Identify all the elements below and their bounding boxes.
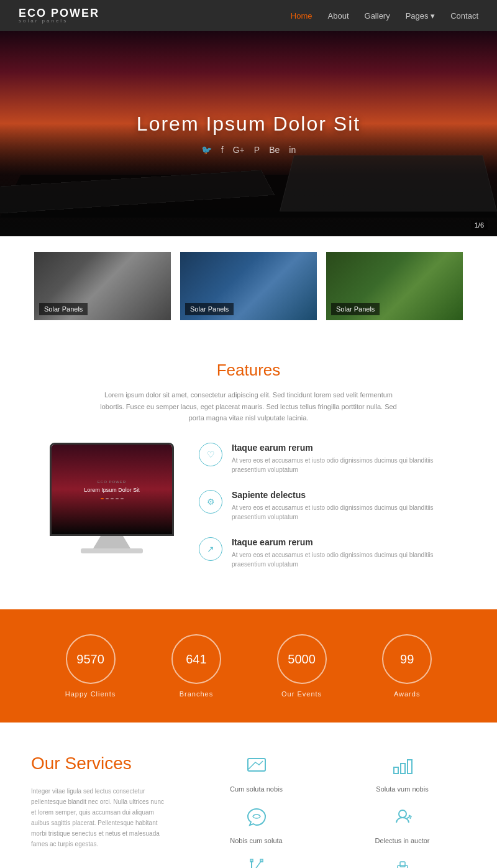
feature-text-3: Itaque earum rerum At vero eos et accusa… <box>232 537 447 569</box>
service-item-1: Cum soluta nobis <box>193 754 320 793</box>
hero-title: Lorem Ipsum Dolor Sit <box>137 113 360 136</box>
feature-desc-2: At vero eos et accusamus et iusto odio d… <box>232 503 447 522</box>
stat-branches: 641 Branches <box>171 634 221 698</box>
gallery-strip: Solar Panels Solar Panels Solar Panels <box>0 236 497 336</box>
monitor-stand <box>93 536 130 548</box>
stat-circle-1: 9570 <box>66 634 116 684</box>
nav-link-contact[interactable]: Contact <box>450 11 478 21</box>
feature-title-1: Itaque earum rerum <box>232 443 447 453</box>
service-item-6: Habitant morbi <box>339 857 466 868</box>
social-behance-icon[interactable]: Be <box>269 145 280 155</box>
nav-link-pages[interactable]: Pages ▾ <box>406 11 435 21</box>
feature-icon-1: ♡ <box>199 443 222 466</box>
nav-menu: Home About Gallery Pages ▾ Contact <box>291 10 478 21</box>
hero-section: Lorem Ipsum Dolor Sit 🐦 f G+ P Be in 1/6 <box>0 31 497 236</box>
features-list: ♡ Itaque earum rerum At vero eos et accu… <box>199 443 447 584</box>
nav-item-about[interactable]: About <box>328 10 349 21</box>
social-twitter-icon[interactable]: 🐦 <box>201 145 212 155</box>
features-section: Features Lorem ipsum dolor sit amet, con… <box>0 336 497 609</box>
monitor-frame: ECO POWER Lorem Ipsum Dolor Sit <box>50 443 174 536</box>
service-item-3: Nobis cum soluta <box>193 805 320 844</box>
dot-3 <box>111 498 114 499</box>
service-label-1: Cum soluta nobis <box>193 785 320 793</box>
feature-icon-3: ↗ <box>199 537 222 561</box>
svg-rect-3 <box>408 760 412 773</box>
svg-rect-2 <box>401 764 405 773</box>
service-icon-3 <box>193 805 320 832</box>
dot-4 <box>116 498 119 499</box>
service-icon-6 <box>339 857 466 868</box>
monitor-base <box>81 548 143 553</box>
features-content: ECO POWER Lorem Ipsum Dolor Sit ♡ <box>50 443 447 584</box>
service-label-3: Nobis cum soluta <box>193 837 320 844</box>
monitor-screen: ECO POWER Lorem Ipsum Dolor Sit <box>52 445 172 534</box>
stat-number-1: 9570 <box>76 652 104 667</box>
navbar: ECO POWER solar panels Home About Galler… <box>0 0 497 31</box>
service-item-5: Ultrices nulla <box>193 857 320 868</box>
brand-tagline: solar panels <box>19 19 99 24</box>
nav-link-home[interactable]: Home <box>291 11 312 21</box>
services-grid: Cum soluta nobis Soluta vum nobis Nobis … <box>193 754 466 868</box>
monitor-screen-text: ECO POWER Lorem Ipsum Dolor Sit <box>84 480 140 495</box>
stats-section: 9570 Happy Clients 641 Branches 5000 Our… <box>0 609 497 723</box>
svg-rect-10 <box>400 862 405 867</box>
hero-social-icons: 🐦 f G+ P Be in <box>201 145 296 155</box>
gallery-item-2[interactable]: Solar Panels <box>180 252 317 320</box>
feature-item-3: ↗ Itaque earum rerum At vero eos et accu… <box>199 537 447 569</box>
stat-circle-4: 99 <box>382 634 432 684</box>
gallery-item-3[interactable]: Solar Panels <box>326 252 463 320</box>
stat-label-2: Branches <box>171 690 221 698</box>
dot-1 <box>101 498 104 499</box>
dot-2 <box>106 498 109 499</box>
service-icon-2 <box>339 754 466 780</box>
brand-name: ECO POWER <box>19 7 99 19</box>
gallery-label-3: Solar Panels <box>331 303 380 315</box>
dot-5 <box>121 498 124 499</box>
social-linkedin-icon[interactable]: in <box>289 145 296 155</box>
feature-item-2: ⚙ Sapiente delectus At vero eos et accus… <box>199 490 447 522</box>
service-icon-4 <box>339 805 466 832</box>
services-section: Our Services Integer vitae ligula sed le… <box>0 723 497 868</box>
nav-link-about[interactable]: About <box>328 11 349 21</box>
stat-awards: 99 Awards <box>382 634 432 698</box>
gallery-item-1[interactable]: Solar Panels <box>34 252 171 320</box>
social-google-icon[interactable]: G+ <box>233 145 245 155</box>
stat-number-2: 641 <box>186 652 206 667</box>
service-icon-1 <box>193 754 320 780</box>
features-title: Features <box>50 361 447 380</box>
services-left: Our Services Integer vitae ligula sed le… <box>31 754 168 868</box>
stat-number-3: 5000 <box>288 652 316 667</box>
nav-item-gallery[interactable]: Gallery <box>365 10 390 21</box>
slide-indicator: 1/6 <box>471 220 488 230</box>
service-label-2: Soluta vum nobis <box>339 785 466 793</box>
gallery-label-2: Solar Panels <box>185 303 234 315</box>
services-description: Integer vitae ligula sed lectus consecte… <box>31 786 168 849</box>
social-facebook-icon[interactable]: f <box>221 145 224 155</box>
service-label-4: Delectus in auctor <box>339 837 466 844</box>
nav-item-pages[interactable]: Pages ▾ <box>406 10 435 21</box>
stat-happy-clients: 9570 Happy Clients <box>65 634 116 698</box>
svg-rect-0 <box>248 759 265 771</box>
nav-item-home[interactable]: Home <box>291 10 312 21</box>
stat-circle-2: 641 <box>171 634 221 684</box>
brand-logo[interactable]: ECO POWER solar panels <box>19 7 99 24</box>
nav-item-contact[interactable]: Contact <box>450 10 478 21</box>
feature-text-1: Itaque earum rerum At vero eos et accusa… <box>232 443 447 474</box>
stat-circle-3: 5000 <box>277 634 327 684</box>
svg-rect-1 <box>394 767 398 773</box>
service-item-4: Delectus in auctor <box>339 805 466 844</box>
feature-desc-1: At vero eos et accusamus et iusto odio d… <box>232 456 447 474</box>
stat-label-3: Our Events <box>277 690 327 698</box>
social-pinterest-icon[interactable]: P <box>254 145 260 155</box>
service-item-2: Soluta vum nobis <box>339 754 466 793</box>
feature-text-2: Sapiente delectus At vero eos et accusam… <box>232 490 447 522</box>
stat-label-1: Happy Clients <box>65 690 116 698</box>
features-description: Lorem ipsum dolor sit amet, consectetur … <box>93 389 404 424</box>
nav-link-gallery[interactable]: Gallery <box>365 11 390 21</box>
feature-icon-2: ⚙ <box>199 490 222 514</box>
service-icon-5 <box>193 857 320 868</box>
services-title: Our Services <box>31 754 168 773</box>
feature-desc-3: At vero eos et accusamus et iusto odio d… <box>232 550 447 569</box>
stat-events: 5000 Our Events <box>277 634 327 698</box>
feature-title-2: Sapiente delectus <box>232 490 447 500</box>
